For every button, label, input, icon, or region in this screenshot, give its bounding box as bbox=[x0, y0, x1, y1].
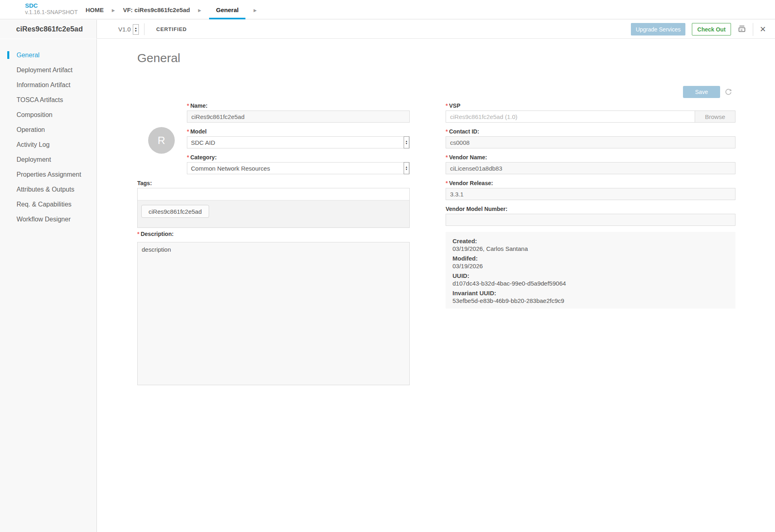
sidebar-item-label: Deployment bbox=[17, 156, 51, 163]
model-selected-value: SDC AID bbox=[191, 139, 215, 146]
sidebar-item-label: Properties Assignment bbox=[17, 171, 81, 178]
title-bar: ciRes9c861fc2e5ad V1.0 ▲ ▼ CERTIFIED Upg… bbox=[0, 20, 775, 39]
sidebar-item-deployment-artifact[interactable]: Deployment Artifact bbox=[0, 63, 96, 77]
version-selector[interactable]: V1.0 ▲ ▼ bbox=[118, 20, 139, 39]
meta-value: 53efbe5d-e83b-46b9-bb20-283bae2fc9c9 bbox=[452, 297, 729, 305]
model-field: *Model SDC AID ▲ ▼ bbox=[187, 129, 410, 148]
sidebar-item-tosca-artifacts[interactable]: TOSCA Artifacts bbox=[0, 92, 96, 107]
sidebar-item-label: Composition bbox=[17, 111, 52, 119]
breadcrumb-vf[interactable]: VF: ciRes9c861fc2e5ad bbox=[123, 0, 190, 19]
required-marker: * bbox=[187, 102, 189, 109]
meta-label: Invariant UUID: bbox=[452, 289, 729, 297]
vendor-name-label: *Vendor Name: bbox=[446, 154, 735, 162]
sidebar-item-composition[interactable]: Composition bbox=[0, 107, 96, 122]
browse-button[interactable]: Browse bbox=[695, 111, 735, 122]
sidebar-item-label: Operation bbox=[17, 126, 45, 134]
vendor-model-number-input[interactable] bbox=[446, 214, 735, 226]
meta-label: UUID: bbox=[452, 272, 729, 280]
tags-box: ciRes9c861fc2e5ad bbox=[137, 188, 410, 228]
metadata-panel: Created: 03/19/2026, Carlos Santana Modi… bbox=[446, 232, 735, 309]
revert-button[interactable] bbox=[724, 88, 733, 97]
sidebar-item-operation[interactable]: Operation bbox=[0, 122, 96, 137]
required-marker: * bbox=[446, 102, 448, 109]
sidebar-item-label: Attributes & Outputs bbox=[17, 186, 74, 193]
vendor-name-input[interactable] bbox=[446, 162, 735, 174]
sidebar-item-label: Activity Log bbox=[17, 141, 50, 148]
breadcrumb-home[interactable]: HOME bbox=[86, 0, 104, 19]
description-field: *Description: description bbox=[137, 231, 410, 387]
print-button[interactable] bbox=[737, 24, 746, 34]
spinner-up-icon: ▲ bbox=[134, 27, 137, 29]
breadcrumb-general[interactable]: General bbox=[209, 0, 245, 19]
sidebar-item-general[interactable]: General bbox=[0, 48, 96, 63]
tags-area: ciRes9c861fc2e5ad bbox=[138, 200, 409, 218]
chevron-right-icon: ▶ bbox=[198, 0, 201, 19]
required-marker: * bbox=[187, 128, 189, 135]
vsp-input[interactable] bbox=[446, 111, 695, 122]
sidebar-item-deployment[interactable]: Deployment bbox=[0, 152, 96, 167]
name-label: *Name: bbox=[187, 103, 410, 111]
vendor-model-number-field: Vendor Model Number: bbox=[446, 206, 735, 226]
contact-id-label: *Contact ID: bbox=[446, 129, 735, 136]
tags-field: Tags: ciRes9c861fc2e5ad bbox=[137, 180, 410, 228]
breadcrumb-general-label: General bbox=[216, 6, 239, 13]
breadcrumb-home-label: HOME bbox=[86, 6, 104, 13]
required-marker: * bbox=[446, 180, 448, 186]
sidebar-item-information-artifact[interactable]: Information Artifact bbox=[0, 77, 96, 92]
version-spinner[interactable]: ▲ ▼ bbox=[133, 24, 139, 35]
sidebar-item-workflow-designer[interactable]: Workflow Designer bbox=[0, 212, 96, 227]
meta-created: Created: 03/19/2026, Carlos Santana bbox=[452, 237, 729, 252]
tags-label: Tags: bbox=[137, 180, 410, 188]
required-marker: * bbox=[137, 231, 139, 237]
description-textarea[interactable]: description bbox=[137, 242, 410, 385]
divider bbox=[144, 23, 145, 35]
tag-chip[interactable]: ciRes9c861fc2e5ad bbox=[141, 205, 209, 218]
select-spinner-icon: ▲ ▼ bbox=[404, 162, 409, 174]
lifecycle-status-badge: CERTIFIED bbox=[156, 20, 187, 39]
model-select[interactable]: SDC AID ▲ ▼ bbox=[187, 136, 410, 148]
meta-uuid: UUID: d107dc43-b32d-4bac-99e0-d5a9def590… bbox=[452, 272, 729, 287]
meta-value: 03/19/2026 bbox=[452, 262, 729, 270]
sidebar-item-attributes-outputs[interactable]: Attributes & Outputs bbox=[0, 182, 96, 197]
meta-invariant-uuid: Invariant UUID: 53efbe5d-e83b-46b9-bb20-… bbox=[452, 289, 729, 305]
vendor-model-number-label: Vendor Model Number: bbox=[446, 206, 735, 214]
contact-id-input[interactable] bbox=[446, 136, 735, 148]
close-button[interactable]: ✕ bbox=[760, 25, 766, 34]
sidebar: General Deployment Artifact Information … bbox=[0, 39, 97, 532]
category-select[interactable]: Common Network Resources ▲ ▼ bbox=[187, 162, 410, 174]
close-icon: ✕ bbox=[760, 25, 766, 34]
chevron-right-icon: ▶ bbox=[112, 0, 115, 19]
upgrade-services-button[interactable]: Upgrade Services bbox=[631, 23, 685, 35]
form-right-column: *VSP Browse *Contact ID: *Vendor Name: *… bbox=[446, 103, 735, 309]
page-title: General bbox=[137, 51, 180, 65]
logo-version: v.1.16.1-SNAPSHOT bbox=[25, 9, 78, 15]
tags-input[interactable] bbox=[138, 188, 409, 200]
sidebar-item-label: Information Artifact bbox=[17, 81, 70, 89]
check-out-button[interactable]: Check Out bbox=[692, 23, 731, 35]
vsp-label: *VSP bbox=[446, 103, 735, 111]
spinner-down-icon: ▼ bbox=[134, 29, 137, 32]
app-logo: SDC v.1.16.1-SNAPSHOT bbox=[25, 2, 78, 15]
sidebar-item-label: Req. & Capabilities bbox=[17, 201, 71, 208]
print-icon bbox=[737, 24, 746, 34]
save-button[interactable]: Save bbox=[683, 86, 720, 98]
meta-value: d107dc43-b32d-4bac-99e0-d5a9def59064 bbox=[452, 280, 729, 287]
model-label: *Model bbox=[187, 129, 410, 136]
vendor-release-input[interactable] bbox=[446, 188, 735, 200]
sidebar-item-activity-log[interactable]: Activity Log bbox=[0, 137, 96, 152]
sidebar-item-properties-assignment[interactable]: Properties Assignment bbox=[0, 167, 96, 182]
top-header: SDC v.1.16.1-SNAPSHOT HOME ▶ VF: ciRes9c… bbox=[0, 0, 775, 19]
main-content: General Save R *Name: *Model bbox=[97, 39, 775, 532]
logo-title: SDC bbox=[25, 2, 78, 8]
sidebar-item-label: TOSCA Artifacts bbox=[17, 96, 63, 104]
sdc-app: SDC v.1.16.1-SNAPSHOT HOME ▶ VF: ciRes9c… bbox=[0, 0, 775, 532]
vendor-release-field: *Vendor Release: bbox=[446, 180, 735, 200]
breadcrumb: HOME ▶ VF: ciRes9c861fc2e5ad ▶ General ▶ bbox=[86, 0, 265, 19]
sidebar-item-req-capabilities[interactable]: Req. & Capabilities bbox=[0, 197, 96, 212]
required-marker: * bbox=[446, 154, 448, 161]
meta-value: 03/19/2026, Carlos Santana bbox=[452, 245, 729, 252]
name-field: *Name: bbox=[187, 103, 410, 123]
name-input[interactable] bbox=[187, 111, 410, 123]
chevron-right-icon: ▶ bbox=[253, 0, 257, 19]
description-label: *Description: bbox=[137, 231, 410, 239]
